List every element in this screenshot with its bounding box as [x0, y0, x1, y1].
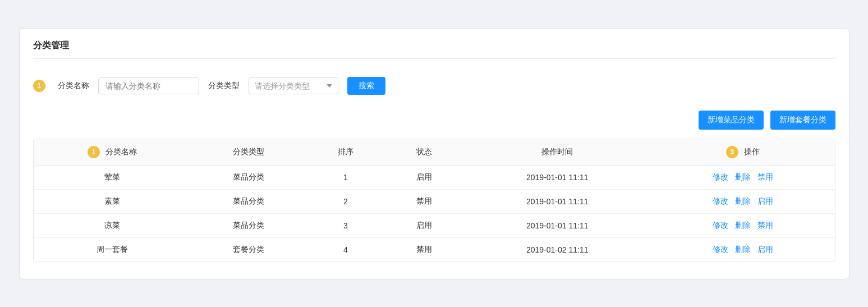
table-row: 凉菜菜品分类3启用2019-01-01 11:11修改删除禁用 — [34, 213, 835, 237]
cell-order: 1 — [306, 165, 385, 189]
cell-order: 3 — [306, 213, 385, 237]
cell-status: 禁用 — [385, 237, 463, 262]
search-step-badge: 1 — [33, 80, 45, 92]
type-label: 分类类型 — [208, 81, 240, 91]
op-step-badge: 3 — [726, 146, 738, 158]
cell-type: 菜品分类 — [191, 213, 306, 237]
search-name-input[interactable] — [98, 77, 199, 94]
search-type-select[interactable]: 请选择分类类型 — [249, 77, 338, 94]
table-row: 周一套餐套餐分类4禁用2019-01-02 11:11修改删除启用 — [34, 237, 835, 262]
page-container: 分类管理 1 分类名称 分类类型 请选择分类类型 搜索 新增菜品分类 新增套餐分… — [19, 28, 849, 279]
page-title: 分类管理 — [33, 40, 835, 59]
add-dish-button[interactable]: 新增菜品分类 — [699, 111, 764, 130]
btn-toggle-row-1[interactable]: 启用 — [757, 196, 773, 207]
col-name: 1 分类名称 — [34, 139, 191, 166]
search-bar: 1 分类名称 分类类型 请选择分类类型 搜索 — [33, 70, 835, 102]
cell-actions: 修改删除启用 — [651, 189, 835, 213]
cell-actions: 修改删除禁用 — [651, 213, 835, 237]
cell-order: 4 — [306, 237, 385, 262]
col-time: 操作时间 — [463, 139, 650, 166]
cell-status: 启用 — [385, 165, 463, 189]
cell-actions: 修改删除启用 — [651, 237, 835, 262]
cell-name: 周一套餐 — [34, 237, 191, 262]
cell-time: 2019-01-01 11:11 — [463, 165, 650, 189]
btn-edit-row-2[interactable]: 修改 — [713, 221, 728, 231]
col-status: 状态 — [385, 139, 463, 166]
cell-time: 2019-01-01 11:11 — [463, 213, 650, 237]
btn-edit-row-0[interactable]: 修改 — [713, 172, 728, 182]
btn-delete-row-1[interactable]: 删除 — [735, 196, 751, 207]
col-action: 3 操作 — [651, 139, 835, 166]
category-table: 1 分类名称 分类类型 排序 状态 操作时间 3 操作 荤菜菜品分类1启用201… — [33, 139, 835, 262]
cell-type: 菜品分类 — [191, 165, 306, 189]
cell-type: 套餐分类 — [191, 237, 306, 262]
btn-delete-row-3[interactable]: 删除 — [735, 245, 751, 255]
btn-delete-row-0[interactable]: 删除 — [735, 172, 751, 182]
cell-order: 2 — [306, 189, 385, 213]
btn-toggle-row-0[interactable]: 禁用 — [757, 172, 773, 182]
action-bar: 新增菜品分类 新增套餐分类 — [33, 111, 835, 130]
cell-type: 菜品分类 — [191, 189, 306, 213]
col-type: 分类类型 — [191, 139, 306, 166]
cell-actions: 修改删除禁用 — [651, 165, 835, 189]
search-button[interactable]: 搜索 — [347, 77, 385, 95]
cell-status: 禁用 — [385, 189, 463, 213]
btn-delete-row-2[interactable]: 删除 — [735, 221, 751, 231]
name-label: 分类名称 — [58, 81, 89, 91]
col-order: 排序 — [306, 139, 385, 166]
cell-status: 启用 — [385, 213, 463, 237]
table-step-badge: 1 — [88, 146, 100, 158]
add-set-button[interactable]: 新增套餐分类 — [770, 111, 835, 130]
table-header-row: 1 分类名称 分类类型 排序 状态 操作时间 3 操作 — [34, 139, 835, 166]
btn-toggle-row-3[interactable]: 启用 — [757, 245, 773, 255]
btn-toggle-row-2[interactable]: 禁用 — [757, 221, 773, 231]
btn-edit-row-1[interactable]: 修改 — [713, 196, 728, 207]
table-row: 素菜菜品分类2禁用2019-01-01 11:11修改删除启用 — [34, 189, 835, 213]
cell-name: 凉菜 — [34, 213, 191, 237]
cell-name: 素菜 — [34, 189, 191, 213]
cell-time: 2019-01-01 11:11 — [463, 189, 650, 213]
cell-name: 荤菜 — [34, 165, 191, 189]
table-row: 荤菜菜品分类1启用2019-01-01 11:11修改删除禁用 — [34, 165, 835, 189]
cell-time: 2019-01-02 11:11 — [463, 237, 650, 262]
btn-edit-row-3[interactable]: 修改 — [713, 245, 728, 255]
